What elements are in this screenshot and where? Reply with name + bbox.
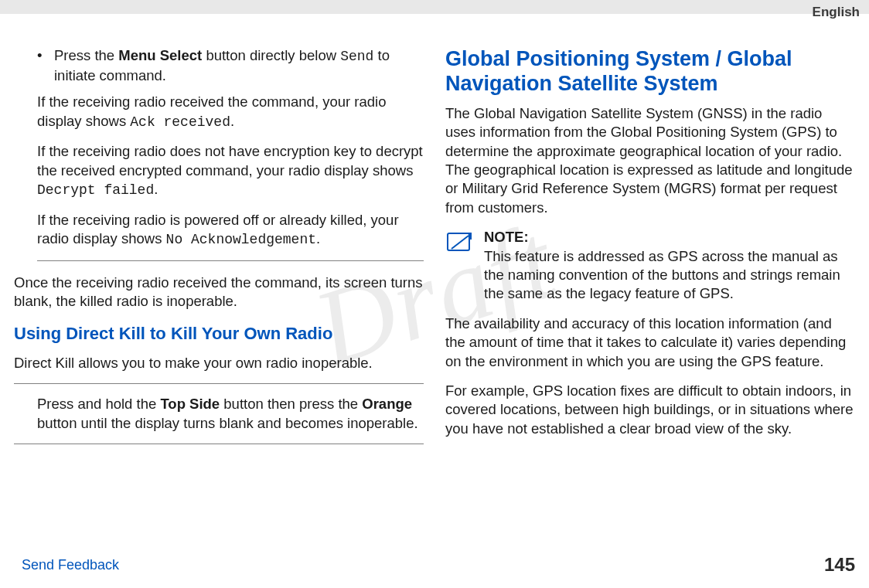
paragraph: Once the receiving radio received the co…	[14, 274, 424, 311]
divider	[14, 444, 424, 444]
note-block: NOTE: This feature is addressed as GPS a…	[445, 228, 855, 304]
text: button directly below	[202, 47, 340, 63]
page-content: • Press the Menu Select button directly …	[0, 14, 869, 455]
ack-received-mono: Ack received	[130, 114, 230, 130]
bullet-marker: •	[37, 46, 54, 85]
bullet-text: Press the Menu Select button directly be…	[54, 46, 424, 85]
divider	[37, 260, 424, 261]
main-heading-gps: Global Positioning System / Global Navig…	[445, 46, 855, 97]
text: button until the display turns blank and…	[37, 415, 418, 431]
left-column: • Press the Menu Select button directly …	[14, 46, 424, 455]
paragraph: Direct Kill allows you to make your own …	[14, 354, 424, 372]
subheading-direct-kill: Using Direct Kill to Kill Your Own Radio	[14, 322, 424, 345]
divider	[14, 383, 424, 384]
page-number: 145	[824, 554, 855, 576]
text: Press and hold the	[37, 396, 160, 412]
note-text: This feature is addressed as GPS across …	[484, 247, 855, 304]
top-bar	[0, 0, 869, 14]
text: .	[316, 230, 320, 246]
decrypt-failed-mono: Decrypt failed	[37, 182, 154, 198]
paragraph: If the receiving radio received the comm…	[37, 93, 424, 131]
note-body: NOTE: This feature is addressed as GPS a…	[484, 228, 855, 304]
text: .	[230, 113, 234, 129]
paragraph: If the receiving radio is powered off or…	[37, 211, 424, 250]
top-side-bold: Top Side	[160, 396, 220, 412]
bullet-item: • Press the Menu Select button directly …	[37, 46, 424, 85]
no-ack-mono: No Acknowledgement	[166, 232, 316, 247]
text: .	[154, 181, 158, 197]
paragraph: The availability and accuracy of this lo…	[445, 314, 855, 371]
paragraph: If the receiving radio does not have enc…	[37, 142, 424, 200]
paragraph: The Global Navigation Satellite System (…	[445, 104, 855, 217]
svg-rect-0	[448, 233, 469, 250]
send-feedback-link[interactable]: Send Feedback	[22, 557, 119, 573]
text: If the receiving radio does not have enc…	[37, 143, 423, 178]
text: Press the	[54, 47, 118, 63]
text: button then press the	[220, 396, 362, 412]
right-column: Global Positioning System / Global Navig…	[445, 46, 855, 455]
orange-bold: Orange	[362, 396, 412, 412]
footer: Send Feedback 145	[22, 554, 855, 576]
note-title: NOTE:	[484, 228, 855, 246]
note-icon	[445, 228, 476, 304]
send-mono: Send	[340, 49, 373, 64]
menu-select-bold: Menu Select	[118, 47, 202, 63]
paragraph: For example, GPS location fixes are diff…	[445, 382, 855, 438]
step-text: Press and hold the Top Side button then …	[37, 395, 424, 433]
